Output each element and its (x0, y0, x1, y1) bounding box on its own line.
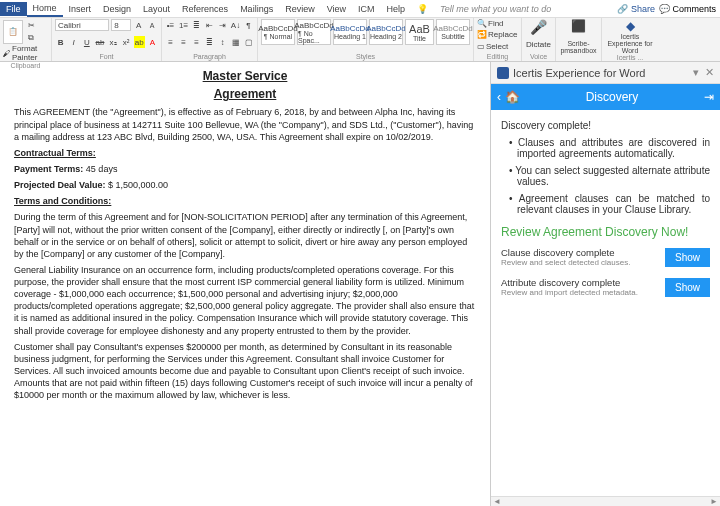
scroll-right-icon[interactable]: ► (708, 497, 720, 506)
pane-title-text: Icertis Experience for Word (513, 67, 645, 79)
tab-home[interactable]: Home (27, 1, 63, 17)
select-button[interactable]: ▭Select (477, 42, 518, 51)
bulb-icon: 💡 (411, 2, 434, 16)
show-marks-icon[interactable]: ¶ (243, 19, 254, 31)
style-heading2[interactable]: AaBbCcDdHeading 2 (369, 19, 403, 45)
font-name-select[interactable]: Calibri (55, 19, 109, 31)
nav-home-icon[interactable]: 🏠 (505, 90, 520, 104)
comments-button[interactable]: 💬 Comments (659, 4, 716, 14)
numbering-icon[interactable]: 1≡ (178, 19, 189, 31)
label-deal-value: Projected Deal Value: (14, 180, 106, 190)
multilevel-icon[interactable]: ≣ (191, 19, 202, 31)
strike-icon[interactable]: ab (94, 36, 105, 48)
subscript-icon[interactable]: x₂ (108, 36, 119, 48)
pane-body: Discovery complete! Clauses and attribut… (491, 110, 720, 496)
sort-icon[interactable]: A↓ (230, 19, 241, 31)
main-area: Master Service Agreement This AGREEMENT … (0, 62, 720, 506)
tab-mailings[interactable]: Mailings (234, 2, 279, 16)
pane-close-icon[interactable]: ✕ (705, 66, 714, 79)
review-now-link[interactable]: Review Agreement Discovery Now! (501, 225, 710, 239)
find-button[interactable]: 🔍Find (477, 19, 518, 28)
nav-back-icon[interactable]: ‹ (497, 90, 501, 104)
line-spacing-icon[interactable]: ↕ (217, 36, 228, 48)
style-title[interactable]: AaBTitle (405, 19, 434, 45)
format-painter-button[interactable]: 🖌Format Painter (3, 44, 48, 62)
pane-horizontal-scrollbar[interactable]: ◄ ► (491, 496, 720, 506)
align-right-icon[interactable]: ≡ (191, 36, 202, 48)
replace-button[interactable]: 🔁Replace (477, 30, 518, 39)
attribute-discovery-title: Attribute discovery complete (501, 277, 665, 288)
doc-p-nonsolicit: During the term of this Agreement and fo… (14, 211, 476, 260)
share-button[interactable]: 🔗 Share (617, 4, 655, 14)
decrease-font-icon[interactable]: A (146, 19, 158, 31)
comments-label: Comments (672, 4, 716, 14)
dictate-button[interactable]: 🎤 (525, 19, 552, 35)
indent-dec-icon[interactable]: ⇤ (204, 19, 215, 31)
font-size-select[interactable]: 8 (111, 19, 131, 31)
scribe-label: Scribe-pmsandbox (559, 40, 598, 54)
increase-font-icon[interactable]: A (133, 19, 145, 31)
highlight-icon[interactable]: ab (134, 36, 145, 48)
align-center-icon[interactable]: ≡ (178, 36, 189, 48)
superscript-icon[interactable]: x² (121, 36, 132, 48)
tab-icm[interactable]: ICM (352, 2, 381, 16)
show-attribute-button[interactable]: Show (665, 278, 710, 297)
doc-title-1: Master Service (14, 68, 476, 84)
nav-section-title: Discovery (520, 90, 704, 104)
tab-review[interactable]: Review (279, 2, 321, 16)
tab-file[interactable]: File (0, 2, 27, 16)
label-payment-terms: Payment Terms: (14, 164, 83, 174)
discovery-complete-heading: Discovery complete! (501, 120, 710, 131)
tab-layout[interactable]: Layout (137, 2, 176, 16)
pane-nav-bar: ‹ 🏠 Discovery ⇥ (491, 84, 720, 110)
style-normal[interactable]: AaBbCcDd¶ Normal (261, 19, 295, 45)
borders-icon[interactable]: ▢ (243, 36, 254, 48)
heading-terms-conditions: Terms and Conditions: (14, 196, 111, 206)
tell-me-search[interactable]: Tell me what you want to do (434, 2, 557, 16)
show-clause-button[interactable]: Show (665, 248, 710, 267)
bullet-3: Agreement clauses can be matched to rele… (509, 193, 710, 215)
bold-icon[interactable]: B (55, 36, 66, 48)
bullets-icon[interactable]: •≡ (165, 19, 176, 31)
indent-inc-icon[interactable]: ⇥ (217, 19, 228, 31)
value-deal-value: $ 1,500,000.00 (106, 180, 169, 190)
scribe-button[interactable]: ⬛ (559, 19, 598, 33)
group-para-label: Paragraph (165, 53, 254, 60)
icertis-addin-button[interactable]: ◆ (605, 19, 655, 33)
document-body[interactable]: Master Service Agreement This AGREEMENT … (0, 62, 490, 506)
bullet-2: You can select suggested alternate attri… (509, 165, 710, 187)
doc-intro: This AGREEMENT (the "Agreement"), is eff… (14, 106, 476, 142)
pane-title-bar: Icertis Experience for Word ▾ ✕ (491, 62, 720, 84)
doc-p-insurance: General Liability Insurance on an occurr… (14, 264, 476, 337)
style-heading1[interactable]: AaBbCcDdHeading 1 (333, 19, 367, 45)
tab-design[interactable]: Design (97, 2, 137, 16)
align-left-icon[interactable]: ≡ (165, 36, 176, 48)
underline-icon[interactable]: U (81, 36, 92, 48)
scroll-left-icon[interactable]: ◄ (491, 497, 503, 506)
ribbon: 📋 ✂ ⧉ 🖌Format Painter Clipboard Calibri … (0, 18, 720, 62)
clause-discovery-sub: Review and select detected clauses. (501, 258, 665, 267)
icertis-task-pane: Icertis Experience for Word ▾ ✕ ‹ 🏠 Disc… (490, 62, 720, 506)
dictate-label: Dictate (525, 40, 552, 49)
shading-icon[interactable]: ▦ (230, 36, 241, 48)
style-subtitle[interactable]: AaBbCcDdSubtitle (436, 19, 470, 45)
tab-view[interactable]: View (321, 2, 352, 16)
pane-menu-icon[interactable]: ▾ (693, 66, 699, 79)
font-color-icon[interactable]: A (147, 36, 158, 48)
group-styles-label: Styles (261, 53, 470, 60)
style-nospacing[interactable]: AaBbCcDd¶ No Spac... (297, 19, 331, 45)
tab-help[interactable]: Help (381, 2, 412, 16)
tab-references[interactable]: References (176, 2, 234, 16)
italic-icon[interactable]: I (68, 36, 79, 48)
group-voice-label: Voice (525, 53, 552, 60)
paste-icon[interactable]: 📋 (3, 20, 23, 44)
tab-insert[interactable]: Insert (63, 2, 98, 16)
group-editing-label: Editing (477, 53, 518, 60)
nav-exit-icon[interactable]: ⇥ (704, 90, 714, 104)
value-payment-terms: 45 days (83, 164, 117, 174)
justify-icon[interactable]: ≣ (204, 36, 215, 48)
copy-icon[interactable]: ⧉ (25, 32, 37, 44)
attribute-discovery-row: Attribute discovery complete Review and … (501, 277, 710, 297)
menu-bar: File Home Insert Design Layout Reference… (0, 0, 720, 18)
cut-icon[interactable]: ✂ (25, 19, 37, 31)
